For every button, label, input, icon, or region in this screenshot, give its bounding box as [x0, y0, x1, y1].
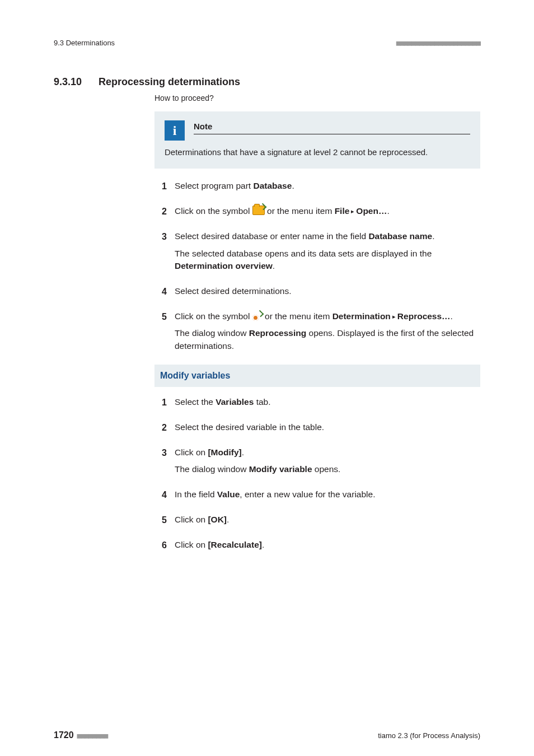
step-number: 2 [154, 421, 167, 434]
step-text: Click on [Modify]. The dialog window Mod… [175, 446, 480, 476]
page-number: 1720 [54, 730, 74, 740]
step-text: Select the Variables tab. [175, 396, 480, 409]
step-text: In the field Value, enter a new value fo… [175, 488, 480, 501]
step-number: 1 [154, 396, 167, 409]
step-5: 5 Click on the symbol or the menu item D… [154, 310, 480, 352]
step-number: 3 [154, 446, 167, 476]
step-number: 5 [154, 310, 167, 352]
step-number: 5 [154, 514, 167, 526]
step-3: 3 Click on [Modify]. The dialog window M… [154, 446, 480, 476]
step-number: 3 [154, 230, 167, 272]
open-folder-icon [252, 206, 265, 215]
header-dashes: ■■■■■■■■■■■■■■■■■■■■■■ [396, 38, 480, 49]
step-3: 3 Select desired database or enter name … [154, 230, 480, 272]
step-text: Select desired database or enter name in… [175, 230, 480, 272]
reprocess-icon [252, 312, 263, 321]
info-icon: i [165, 120, 185, 141]
steps-modify-variables: 1 Select the Variables tab. 2 Select the… [154, 396, 480, 552]
step-4: 4 In the field Value, enter a new value … [154, 488, 480, 501]
note-label: Note [194, 120, 470, 134]
step-text: Select desired determinations. [175, 285, 480, 298]
step-6: 6 Click on [Recalculate]. [154, 539, 480, 552]
step-text: Click on the symbol or the menu item Det… [175, 310, 480, 352]
footer-right: tiamo 2.3 (for Process Analysis) [378, 731, 480, 741]
step-text: Click on [Recalculate]. [175, 539, 480, 552]
note-body: Determinations that have a signature at … [165, 146, 470, 158]
step-number: 2 [154, 205, 167, 218]
header-section: 9.3 Determinations [54, 38, 115, 49]
step-1: 1 Select program part Database. [154, 180, 480, 193]
sub-heading: Modify variables [154, 365, 480, 386]
menu-triangle-icon: ▸ [392, 313, 396, 320]
proceed-prompt: How to proceed? [154, 92, 480, 104]
step-number: 1 [154, 180, 167, 193]
note-box: i Note Determinations that have a signat… [154, 111, 480, 169]
section-title: Reprocessing determinations [99, 74, 240, 89]
section-number: 9.3.10 [54, 74, 99, 89]
step-text: Click on [OK]. [175, 514, 480, 526]
steps-primary: 1 Select program part Database. 2 Click … [154, 180, 480, 352]
step-number: 4 [154, 285, 167, 298]
page: 9.3 Determinations ■■■■■■■■■■■■■■■■■■■■■… [0, 0, 534, 756]
page-footer: 1720■■■■■■■■ tiamo 2.3 (for Process Anal… [54, 729, 480, 741]
step-1: 1 Select the Variables tab. [154, 396, 480, 409]
footer-left: 1720■■■■■■■■ [54, 729, 107, 741]
step-text: Click on the symbol or the menu item Fil… [175, 205, 480, 218]
step-number: 6 [154, 539, 167, 552]
step-5: 5 Click on [OK]. [154, 514, 480, 526]
step-text: Select the desired variable in the table… [175, 421, 480, 434]
step-text: Select program part Database. [175, 180, 480, 193]
step-2: 2 Click on the symbol or the menu item F… [154, 205, 480, 218]
footer-dashes: ■■■■■■■■ [77, 731, 108, 740]
menu-triangle-icon: ▸ [351, 208, 354, 214]
step-number: 4 [154, 488, 167, 501]
step-4: 4 Select desired determinations. [154, 285, 480, 298]
running-header: 9.3 Determinations ■■■■■■■■■■■■■■■■■■■■■… [54, 38, 480, 49]
section-heading: 9.3.10 Reprocessing determinations [54, 74, 480, 89]
step-2: 2 Select the desired variable in the tab… [154, 421, 480, 434]
